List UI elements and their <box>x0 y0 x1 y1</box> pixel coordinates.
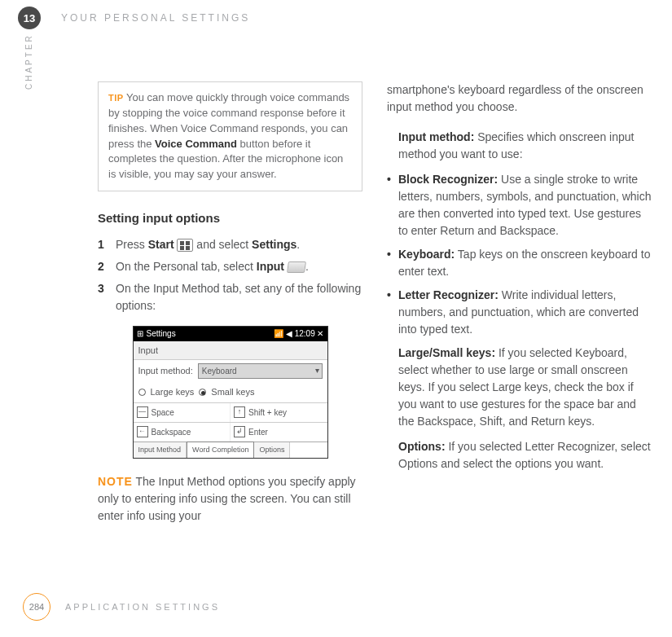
enter-gesture-icon: ↲ <box>234 426 245 437</box>
bullet-icon: • <box>387 246 398 280</box>
bullet-icon: • <box>387 171 398 239</box>
left-column: TIP You can move quickly through voice c… <box>98 81 362 525</box>
radio-small-keys[interactable] <box>199 389 206 396</box>
ss-cell-label: Enter <box>248 426 268 438</box>
ss-backspace-cell: ←Backspace <box>134 423 231 442</box>
input-method-heading: Input method: <box>398 130 474 143</box>
start-icon <box>177 239 193 252</box>
bullet-body: Block Recognizer: Use a single stroke to… <box>398 171 652 239</box>
list-item: • Letter Recognizer: Write individual le… <box>387 287 652 338</box>
space-gesture-icon: — <box>137 406 148 418</box>
chapter-side-label: CHAPTER <box>24 33 33 90</box>
step-number: 2 <box>98 258 116 275</box>
ss-gesture-row-2: ←Backspace ↲Enter <box>134 422 327 442</box>
page-number: 284 <box>23 593 51 621</box>
shift-gesture-icon: ↑ <box>234 406 245 418</box>
large-small-keys-block: Large/Small keys: If you selected Keyboa… <box>398 345 652 430</box>
ss-enter-cell: ↲Enter <box>230 423 327 442</box>
step-body: On the Personal tab, select Input . <box>116 258 362 275</box>
chapter-number-badge: 13 <box>18 7 41 29</box>
ss-gesture-row-1: —Space ↑Shift + key <box>134 402 327 422</box>
ss-title: ⊞Settings <box>137 327 176 340</box>
step-number: 1 <box>98 236 116 253</box>
bullet-icon: • <box>387 287 398 338</box>
options-heading: Options: <box>398 440 446 453</box>
step-body: Press Start and select Settings. <box>116 236 362 253</box>
ss-row-label: Input method: <box>138 364 193 378</box>
list-item: • Keyboard: Tap keys on the onscreen key… <box>387 246 652 280</box>
ss-tab-options[interactable]: Options <box>254 442 290 459</box>
bullet-body: Letter Recognizer: Write individual lett… <box>398 287 652 338</box>
right-column: smartphone's keyboard regardless of the … <box>387 81 652 525</box>
step-text: . <box>296 238 300 251</box>
page-footer: 284 APPLICATION SETTINGS <box>23 593 220 621</box>
step-3: 3 On the Input Method tab, set any of th… <box>98 280 362 314</box>
tip-bold: Voice Command <box>155 138 237 150</box>
bullet-body: Keyboard: Tap keys on the onscreen keybo… <box>398 246 652 280</box>
keyboard-icon <box>287 261 306 273</box>
radio-large-keys[interactable] <box>138 389 146 396</box>
ss-cell-label: Space <box>152 406 174 419</box>
bullet-heading: Keyboard: <box>398 248 455 261</box>
ss-shift-cell: ↑Shift + key <box>230 403 327 422</box>
step-2: 2 On the Personal tab, select Input . <box>98 258 362 275</box>
bullet-heading: Letter Recognizer: <box>398 288 499 301</box>
step-text: On the Personal tab, select <box>116 260 257 273</box>
step-bold: Input <box>257 260 284 273</box>
radio-label: Large keys <box>151 385 195 399</box>
ss-tab-header: Input <box>134 341 327 361</box>
ss-input-method-row: Input method: Keyboard <box>134 360 327 382</box>
step-bold: Settings <box>252 238 296 251</box>
bullet-heading: Block Recognizer: <box>398 173 498 186</box>
ss-space-cell: —Space <box>134 403 231 422</box>
ss-tab-input-method[interactable]: Input Method <box>134 442 187 459</box>
note-label: NOTE <box>98 475 133 488</box>
note-paragraph: NOTE The Input Method options you specif… <box>98 473 362 525</box>
step-bold: Start <box>148 238 174 251</box>
backspace-gesture-icon: ← <box>137 426 148 437</box>
step-number: 3 <box>98 280 116 314</box>
ss-clock: 📶 ◀ 12:09 ✕ <box>274 327 323 340</box>
step-list: 1 Press Start and select Settings. 2 On … <box>98 236 362 314</box>
ss-cell-label: Shift + key <box>248 406 287 419</box>
ss-cell-label: Backspace <box>152 426 191 438</box>
content-columns: TIP You can move quickly through voice c… <box>98 81 652 525</box>
input-method-list: • Block Recognizer: Use a single stroke … <box>387 171 652 338</box>
list-item: • Block Recognizer: Use a single stroke … <box>387 171 652 239</box>
step-text: Press <box>116 238 148 251</box>
footer-title: APPLICATION SETTINGS <box>65 602 220 612</box>
tip-label: TIP <box>108 93 124 103</box>
tip-box: TIP You can move quickly through voice c… <box>98 81 362 191</box>
radio-label: Small keys <box>211 385 254 399</box>
device-screenshot: ⊞Settings 📶 ◀ 12:09 ✕ Input Input method… <box>133 326 328 459</box>
ss-titlebar: ⊞Settings 📶 ◀ 12:09 ✕ <box>134 327 327 341</box>
input-method-block: Input method: Specifies which onscreen i… <box>398 129 652 163</box>
note-text: The Input Method options you specify app… <box>98 475 356 522</box>
options-block: Options: If you selected Letter Recogniz… <box>398 438 652 472</box>
step-1: 1 Press Start and select Settings. <box>98 236 362 253</box>
section-heading: Setting input options <box>98 209 362 228</box>
ss-dropdown[interactable]: Keyboard <box>198 363 323 379</box>
ss-bottom-tabs: Input Method Word Completion Options <box>134 442 327 459</box>
step-text: and select <box>193 238 252 251</box>
step-body: On the Input Method tab, set any of the … <box>116 280 362 314</box>
ss-radio-row: Large keys Small keys <box>134 382 327 402</box>
ss-tab-word-completion[interactable]: Word Completion <box>187 442 254 459</box>
continuation-text: smartphone's keyboard regardless of the … <box>387 81 652 116</box>
page-header-title: YOUR PERSONAL SETTINGS <box>61 12 250 24</box>
large-small-heading: Large/Small keys: <box>398 346 495 359</box>
